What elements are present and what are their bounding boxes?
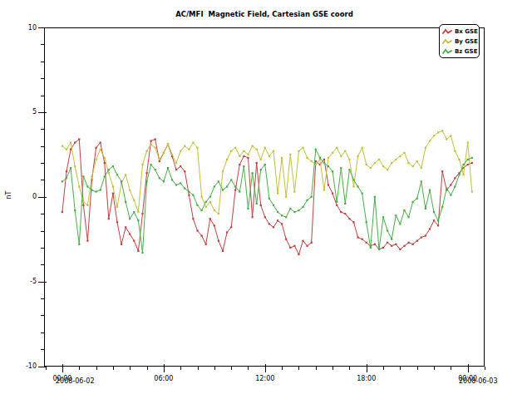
series-by-gse — [62, 130, 473, 214]
legend-item-bz: Bz GSE — [442, 47, 479, 57]
x-tick-label: 18:00 — [357, 375, 376, 382]
y-axis-tick-labels: 1050-5-10 — [26, 24, 37, 371]
x-axis-date-end: 2008-06-03 — [459, 377, 498, 385]
series-line-by-gse — [62, 131, 472, 214]
y-tick-label: -10 — [26, 362, 37, 370]
series-markers-by-gse — [62, 130, 473, 214]
legend-label-bz: Bz GSE — [455, 48, 477, 55]
figure: AC/MFI Magnetic Field, Cartesian GSE coo… — [0, 0, 532, 399]
x-tick-label: 12:00 — [255, 375, 274, 382]
series-line-bx-gse — [62, 140, 472, 255]
plot-frame — [45, 28, 485, 367]
x-axis-date-start: 2008-06-02 — [56, 377, 95, 385]
x-axis-ticks — [47, 364, 485, 372]
legend-item-bx: Bx GSE — [442, 27, 479, 37]
legend-marker-bz-icon — [442, 47, 453, 56]
series-bx-gse — [62, 138, 473, 255]
y-tick-label: 10 — [28, 24, 37, 32]
y-tick-label: 5 — [32, 108, 37, 116]
legend-label-bx: Bx GSE — [455, 28, 478, 35]
legend-marker-bx-icon — [442, 27, 453, 36]
plot-svg: 1050-5-1000:0006:0012:0018:0000:00 — [0, 0, 532, 399]
y-axis-label: nT — [5, 191, 12, 200]
legend: Bx GSE By GSE Bz GSE — [439, 24, 480, 58]
y-tick-label: 0 — [32, 193, 37, 200]
legend-marker-line — [443, 50, 451, 53]
legend-marker-line — [443, 30, 451, 33]
legend-item-by: By GSE — [442, 37, 479, 47]
y-tick-label: -5 — [30, 278, 37, 285]
x-axis-tick-labels: 00:0006:0012:0018:0000:00 — [52, 375, 477, 382]
legend-label-by: By GSE — [455, 38, 478, 45]
y-axis-ticks — [38, 28, 47, 367]
legend-marker-by-icon — [442, 37, 453, 46]
x-tick-label: 06:00 — [154, 375, 173, 382]
legend-marker-line — [443, 40, 451, 43]
